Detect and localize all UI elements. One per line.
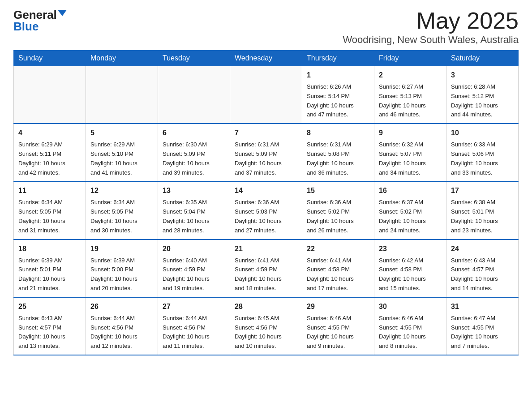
day-info: Sunrise: 6:43 AMSunset: 4:57 PMDaylight:… <box>451 256 514 293</box>
day-info: Sunrise: 6:33 AMSunset: 5:06 PMDaylight:… <box>451 140 514 177</box>
day-number: 1 <box>307 70 369 81</box>
table-row: 26Sunrise: 6:44 AMSunset: 4:56 PMDayligh… <box>86 297 158 355</box>
day-info: Sunrise: 6:27 AMSunset: 5:13 PMDaylight:… <box>379 82 442 120</box>
day-number: 27 <box>163 301 225 312</box>
table-row: 29Sunrise: 6:46 AMSunset: 4:55 PMDayligh… <box>302 297 374 355</box>
day-number: 4 <box>18 128 81 138</box>
day-number: 7 <box>235 128 297 138</box>
col-saturday: Saturday <box>446 51 519 66</box>
table-row: 28Sunrise: 6:45 AMSunset: 4:56 PMDayligh… <box>230 297 302 355</box>
day-info: Sunrise: 6:30 AMSunset: 5:09 PMDaylight:… <box>163 140 225 177</box>
day-number: 29 <box>307 301 369 312</box>
table-row <box>158 66 230 124</box>
table-row: 9Sunrise: 6:32 AMSunset: 5:07 PMDaylight… <box>374 124 446 181</box>
day-info: Sunrise: 6:39 AMSunset: 5:01 PMDaylight:… <box>18 256 81 293</box>
location: Woodrising, New South Wales, Australia <box>343 34 519 46</box>
day-number: 19 <box>90 244 153 254</box>
day-info: Sunrise: 6:26 AMSunset: 5:14 PMDaylight:… <box>307 82 369 120</box>
table-row: 18Sunrise: 6:39 AMSunset: 5:01 PMDayligh… <box>14 240 86 297</box>
calendar-week-row: 18Sunrise: 6:39 AMSunset: 5:01 PMDayligh… <box>14 240 519 297</box>
day-info: Sunrise: 6:31 AMSunset: 5:09 PMDaylight:… <box>235 140 297 177</box>
day-number: 6 <box>163 128 225 138</box>
day-info: Sunrise: 6:34 AMSunset: 5:05 PMDaylight:… <box>90 198 153 235</box>
table-row <box>86 66 158 124</box>
table-row: 1Sunrise: 6:26 AMSunset: 5:14 PMDaylight… <box>302 66 374 124</box>
table-row: 7Sunrise: 6:31 AMSunset: 5:09 PMDaylight… <box>230 124 302 181</box>
day-info: Sunrise: 6:37 AMSunset: 5:02 PMDaylight:… <box>379 198 442 235</box>
day-info: Sunrise: 6:46 AMSunset: 4:55 PMDaylight:… <box>307 314 369 351</box>
table-row: 2Sunrise: 6:27 AMSunset: 5:13 PMDaylight… <box>374 66 446 124</box>
table-row: 4Sunrise: 6:29 AMSunset: 5:11 PMDaylight… <box>14 124 86 181</box>
table-row: 3Sunrise: 6:28 AMSunset: 5:12 PMDaylight… <box>446 66 519 124</box>
calendar-week-row: 4Sunrise: 6:29 AMSunset: 5:11 PMDaylight… <box>14 124 519 181</box>
table-row: 23Sunrise: 6:42 AMSunset: 4:58 PMDayligh… <box>374 240 446 297</box>
table-row: 21Sunrise: 6:41 AMSunset: 4:59 PMDayligh… <box>230 240 302 297</box>
day-info: Sunrise: 6:38 AMSunset: 5:01 PMDaylight:… <box>451 198 514 235</box>
day-number: 24 <box>451 244 514 254</box>
day-info: Sunrise: 6:32 AMSunset: 5:07 PMDaylight:… <box>379 140 442 177</box>
table-row: 22Sunrise: 6:41 AMSunset: 4:58 PMDayligh… <box>302 240 374 297</box>
table-row: 10Sunrise: 6:33 AMSunset: 5:06 PMDayligh… <box>446 124 519 181</box>
calendar-week-row: 1Sunrise: 6:26 AMSunset: 5:14 PMDaylight… <box>14 66 519 124</box>
table-row: 8Sunrise: 6:31 AMSunset: 5:08 PMDaylight… <box>302 124 374 181</box>
day-info: Sunrise: 6:44 AMSunset: 4:56 PMDaylight:… <box>90 314 153 351</box>
day-number: 21 <box>235 244 297 254</box>
table-row: 14Sunrise: 6:36 AMSunset: 5:03 PMDayligh… <box>230 181 302 239</box>
table-row: 12Sunrise: 6:34 AMSunset: 5:05 PMDayligh… <box>86 181 158 239</box>
day-info: Sunrise: 6:47 AMSunset: 4:55 PMDaylight:… <box>451 314 514 351</box>
day-number: 2 <box>379 70 442 81</box>
table-row <box>14 66 86 124</box>
day-number: 30 <box>379 301 442 312</box>
day-number: 12 <box>90 185 153 196</box>
day-number: 18 <box>18 244 81 254</box>
day-info: Sunrise: 6:29 AMSunset: 5:11 PMDaylight:… <box>18 140 81 177</box>
col-wednesday: Wednesday <box>230 51 302 66</box>
month-year: May 2025 <box>343 9 519 32</box>
day-number: 11 <box>18 185 81 196</box>
table-row: 27Sunrise: 6:44 AMSunset: 4:56 PMDayligh… <box>158 297 230 355</box>
day-number: 16 <box>379 185 442 196</box>
table-row: 15Sunrise: 6:36 AMSunset: 5:02 PMDayligh… <box>302 181 374 239</box>
table-row: 17Sunrise: 6:38 AMSunset: 5:01 PMDayligh… <box>446 181 519 239</box>
day-info: Sunrise: 6:41 AMSunset: 4:59 PMDaylight:… <box>235 256 297 293</box>
table-row: 5Sunrise: 6:29 AMSunset: 5:10 PMDaylight… <box>86 124 158 181</box>
col-thursday: Thursday <box>302 51 374 66</box>
day-info: Sunrise: 6:45 AMSunset: 4:56 PMDaylight:… <box>235 314 297 351</box>
page-header: General Blue May 2025 Woodrising, New So… <box>13 9 519 46</box>
day-info: Sunrise: 6:31 AMSunset: 5:08 PMDaylight:… <box>307 140 369 177</box>
day-info: Sunrise: 6:34 AMSunset: 5:05 PMDaylight:… <box>18 198 81 235</box>
table-row: 30Sunrise: 6:46 AMSunset: 4:55 PMDayligh… <box>374 297 446 355</box>
day-number: 22 <box>307 244 369 254</box>
day-info: Sunrise: 6:43 AMSunset: 4:57 PMDaylight:… <box>18 314 81 351</box>
table-row: 11Sunrise: 6:34 AMSunset: 5:05 PMDayligh… <box>14 181 86 239</box>
day-info: Sunrise: 6:41 AMSunset: 4:58 PMDaylight:… <box>307 256 369 293</box>
table-row: 24Sunrise: 6:43 AMSunset: 4:57 PMDayligh… <box>446 240 519 297</box>
day-number: 26 <box>90 301 153 312</box>
day-number: 9 <box>379 128 442 138</box>
calendar-table: Sunday Monday Tuesday Wednesday Thursday… <box>13 50 519 355</box>
day-info: Sunrise: 6:46 AMSunset: 4:55 PMDaylight:… <box>379 314 442 351</box>
table-row: 20Sunrise: 6:40 AMSunset: 4:59 PMDayligh… <box>158 240 230 297</box>
day-number: 20 <box>163 244 225 254</box>
col-sunday: Sunday <box>14 51 86 66</box>
calendar-week-row: 25Sunrise: 6:43 AMSunset: 4:57 PMDayligh… <box>14 297 519 355</box>
day-number: 23 <box>379 244 442 254</box>
logo-text: General <box>13 9 57 21</box>
day-info: Sunrise: 6:36 AMSunset: 5:02 PMDaylight:… <box>307 198 369 235</box>
day-info: Sunrise: 6:42 AMSunset: 4:58 PMDaylight:… <box>379 256 442 293</box>
col-friday: Friday <box>374 51 446 66</box>
logo: General Blue <box>13 9 67 32</box>
day-number: 15 <box>307 185 369 196</box>
day-number: 17 <box>451 185 514 196</box>
day-info: Sunrise: 6:29 AMSunset: 5:10 PMDaylight:… <box>90 140 153 177</box>
day-info: Sunrise: 6:44 AMSunset: 4:56 PMDaylight:… <box>163 314 225 351</box>
day-number: 14 <box>235 185 297 196</box>
table-row: 31Sunrise: 6:47 AMSunset: 4:55 PMDayligh… <box>446 297 519 355</box>
table-row: 6Sunrise: 6:30 AMSunset: 5:09 PMDaylight… <box>158 124 230 181</box>
day-number: 5 <box>90 128 153 138</box>
day-info: Sunrise: 6:28 AMSunset: 5:12 PMDaylight:… <box>451 82 514 120</box>
logo-blue-text: Blue <box>13 21 39 32</box>
table-row: 25Sunrise: 6:43 AMSunset: 4:57 PMDayligh… <box>14 297 86 355</box>
month-title: May 2025 Woodrising, New South Wales, Au… <box>343 9 519 46</box>
table-row: 16Sunrise: 6:37 AMSunset: 5:02 PMDayligh… <box>374 181 446 239</box>
